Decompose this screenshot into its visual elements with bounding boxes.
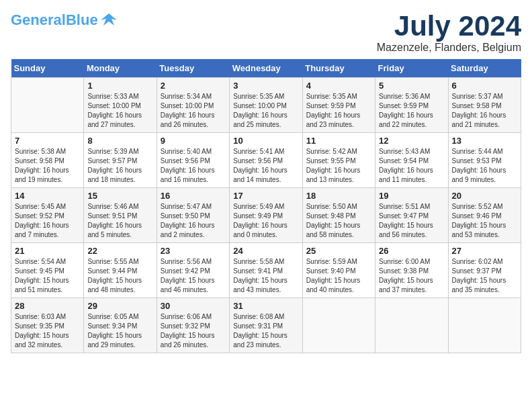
calendar-cell: 28Sunrise: 6:03 AM Sunset: 9:35 PM Dayli… (11, 298, 84, 353)
day-header-saturday: Saturday (448, 59, 521, 78)
day-header-monday: Monday (84, 59, 157, 78)
day-info: Sunrise: 5:35 AM Sunset: 9:59 PM Dayligh… (306, 92, 371, 130)
calendar-cell: 31Sunrise: 6:08 AM Sunset: 9:31 PM Dayli… (230, 298, 302, 353)
day-number: 10 (233, 136, 298, 146)
day-info: Sunrise: 5:50 AM Sunset: 9:48 PM Dayligh… (306, 202, 371, 240)
day-info: Sunrise: 5:42 AM Sunset: 9:55 PM Dayligh… (306, 147, 371, 185)
logo-text: GeneralBlue (11, 13, 98, 28)
day-info: Sunrise: 5:58 AM Sunset: 9:41 PM Dayligh… (233, 257, 298, 295)
calendar-cell: 2Sunrise: 5:34 AM Sunset: 10:00 PM Dayli… (157, 78, 229, 133)
day-header-sunday: Sunday (11, 59, 84, 78)
calendar-cell: 5Sunrise: 5:36 AM Sunset: 9:59 PM Daylig… (375, 78, 448, 133)
calendar-cell: 30Sunrise: 6:06 AM Sunset: 9:32 PM Dayli… (157, 298, 229, 353)
day-number: 15 (87, 191, 152, 201)
location-title: Mazenzele, Flanders, Belgium (377, 42, 521, 54)
day-number: 22 (87, 246, 152, 256)
day-number: 25 (306, 246, 371, 256)
day-header-wednesday: Wednesday (230, 59, 302, 78)
day-info: Sunrise: 5:54 AM Sunset: 9:45 PM Dayligh… (15, 257, 80, 295)
logo: GeneralBlue (11, 11, 118, 30)
day-number: 16 (161, 191, 226, 201)
calendar-cell: 11Sunrise: 5:42 AM Sunset: 9:55 PM Dayli… (302, 133, 375, 188)
logo-blue: Blue (66, 11, 98, 28)
svg-marker-0 (101, 13, 117, 26)
calendar-cell: 12Sunrise: 5:43 AM Sunset: 9:54 PM Dayli… (375, 133, 448, 188)
calendar-cell: 29Sunrise: 6:05 AM Sunset: 9:34 PM Dayli… (84, 298, 157, 353)
day-info: Sunrise: 5:38 AM Sunset: 9:58 PM Dayligh… (15, 147, 80, 185)
calendar-cell: 14Sunrise: 5:45 AM Sunset: 9:52 PM Dayli… (11, 188, 84, 243)
calendar-cell: 6Sunrise: 5:37 AM Sunset: 9:58 PM Daylig… (448, 78, 521, 133)
day-number: 12 (379, 136, 444, 146)
day-number: 17 (233, 191, 298, 201)
calendar-week-row: 7Sunrise: 5:38 AM Sunset: 9:58 PM Daylig… (11, 133, 521, 188)
header: GeneralBlue July 2024 Mazenzele, Flander… (11, 11, 521, 54)
calendar-cell: 13Sunrise: 5:44 AM Sunset: 9:53 PM Dayli… (448, 133, 521, 188)
calendar-cell (11, 78, 84, 133)
day-info: Sunrise: 5:33 AM Sunset: 10:00 PM Daylig… (87, 92, 152, 130)
calendar-cell (375, 298, 448, 353)
day-info: Sunrise: 6:03 AM Sunset: 9:35 PM Dayligh… (15, 312, 80, 350)
day-number: 14 (15, 191, 80, 201)
day-info: Sunrise: 6:02 AM Sunset: 9:37 PM Dayligh… (452, 257, 517, 295)
day-number: 1 (87, 81, 152, 91)
calendar-cell: 20Sunrise: 5:52 AM Sunset: 9:46 PM Dayli… (448, 188, 521, 243)
calendar-cell: 22Sunrise: 5:55 AM Sunset: 9:44 PM Dayli… (84, 243, 157, 298)
day-info: Sunrise: 6:00 AM Sunset: 9:38 PM Dayligh… (379, 257, 444, 295)
calendar-cell: 9Sunrise: 5:40 AM Sunset: 9:56 PM Daylig… (157, 133, 229, 188)
day-info: Sunrise: 5:46 AM Sunset: 9:51 PM Dayligh… (87, 202, 152, 240)
day-number: 23 (161, 246, 226, 256)
day-info: Sunrise: 5:56 AM Sunset: 9:42 PM Dayligh… (161, 257, 226, 295)
day-number: 13 (452, 136, 517, 146)
day-info: Sunrise: 5:45 AM Sunset: 9:52 PM Dayligh… (15, 202, 80, 240)
calendar-cell (448, 298, 521, 353)
day-number: 2 (161, 81, 226, 91)
logo-general: General (11, 11, 66, 28)
day-info: Sunrise: 5:55 AM Sunset: 9:44 PM Dayligh… (87, 257, 152, 295)
day-info: Sunrise: 5:52 AM Sunset: 9:46 PM Dayligh… (452, 202, 517, 240)
day-info: Sunrise: 5:34 AM Sunset: 10:00 PM Daylig… (161, 92, 226, 130)
calendar-cell: 4Sunrise: 5:35 AM Sunset: 9:59 PM Daylig… (302, 78, 375, 133)
day-info: Sunrise: 5:43 AM Sunset: 9:54 PM Dayligh… (379, 147, 444, 185)
day-info: Sunrise: 5:36 AM Sunset: 9:59 PM Dayligh… (379, 92, 444, 130)
day-number: 31 (233, 301, 298, 311)
calendar-cell: 19Sunrise: 5:51 AM Sunset: 9:47 PM Dayli… (375, 188, 448, 243)
day-header-thursday: Thursday (302, 59, 375, 78)
calendar-cell: 21Sunrise: 5:54 AM Sunset: 9:45 PM Dayli… (11, 243, 84, 298)
calendar-cell: 27Sunrise: 6:02 AM Sunset: 9:37 PM Dayli… (448, 243, 521, 298)
day-number: 26 (379, 246, 444, 256)
day-number: 24 (233, 246, 298, 256)
day-info: Sunrise: 5:40 AM Sunset: 9:56 PM Dayligh… (161, 147, 226, 185)
calendar-cell: 8Sunrise: 5:39 AM Sunset: 9:57 PM Daylig… (84, 133, 157, 188)
day-info: Sunrise: 5:41 AM Sunset: 9:56 PM Dayligh… (233, 147, 298, 185)
day-number: 9 (161, 136, 226, 146)
day-info: Sunrise: 5:51 AM Sunset: 9:47 PM Dayligh… (379, 202, 444, 240)
calendar-cell: 26Sunrise: 6:00 AM Sunset: 9:38 PM Dayli… (375, 243, 448, 298)
day-number: 18 (306, 191, 371, 201)
day-number: 19 (379, 191, 444, 201)
calendar-table: SundayMondayTuesdayWednesdayThursdayFrid… (11, 59, 521, 353)
day-info: Sunrise: 6:08 AM Sunset: 9:31 PM Dayligh… (233, 312, 298, 350)
day-info: Sunrise: 5:49 AM Sunset: 9:49 PM Dayligh… (233, 202, 298, 240)
month-title: July 2024 (377, 11, 521, 42)
calendar-cell: 15Sunrise: 5:46 AM Sunset: 9:51 PM Dayli… (84, 188, 157, 243)
calendar-cell: 25Sunrise: 5:59 AM Sunset: 9:40 PM Dayli… (302, 243, 375, 298)
day-number: 6 (452, 81, 517, 91)
calendar-week-row: 14Sunrise: 5:45 AM Sunset: 9:52 PM Dayli… (11, 188, 521, 243)
day-header-friday: Friday (375, 59, 448, 78)
calendar-week-row: 21Sunrise: 5:54 AM Sunset: 9:45 PM Dayli… (11, 243, 521, 298)
calendar-cell (302, 298, 375, 353)
calendar-cell: 1Sunrise: 5:33 AM Sunset: 10:00 PM Dayli… (84, 78, 157, 133)
day-info: Sunrise: 5:37 AM Sunset: 9:58 PM Dayligh… (452, 92, 517, 130)
day-number: 28 (15, 301, 80, 311)
day-number: 21 (15, 246, 80, 256)
calendar-header-row: SundayMondayTuesdayWednesdayThursdayFrid… (11, 59, 521, 78)
day-number: 5 (379, 81, 444, 91)
day-number: 20 (452, 191, 517, 201)
calendar-cell: 16Sunrise: 5:47 AM Sunset: 9:50 PM Dayli… (157, 188, 229, 243)
day-info: Sunrise: 5:44 AM Sunset: 9:53 PM Dayligh… (452, 147, 517, 185)
day-number: 8 (87, 136, 152, 146)
day-info: Sunrise: 6:06 AM Sunset: 9:32 PM Dayligh… (161, 312, 226, 350)
day-number: 7 (15, 136, 80, 146)
calendar-cell: 17Sunrise: 5:49 AM Sunset: 9:49 PM Dayli… (230, 188, 302, 243)
day-header-tuesday: Tuesday (157, 59, 229, 78)
